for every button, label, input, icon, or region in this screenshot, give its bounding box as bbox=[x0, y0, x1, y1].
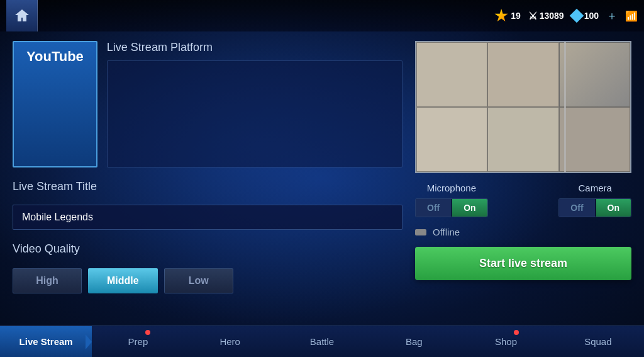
nav-item-battle[interactable]: Battle bbox=[276, 326, 368, 357]
platform-info: Live Stream Platform bbox=[107, 41, 402, 167]
camera-on-button[interactable]: On bbox=[596, 199, 631, 217]
nav-prep-label: Prep bbox=[128, 336, 148, 347]
nav-item-shop[interactable]: Shop bbox=[460, 326, 552, 357]
medal-stat: 19 bbox=[494, 9, 521, 23]
sword-count: 13089 bbox=[540, 11, 564, 21]
nav-item-squad[interactable]: Squad bbox=[552, 326, 644, 357]
status-row: Offline bbox=[415, 227, 631, 237]
camera-toggle-group: Camera Off On bbox=[558, 183, 631, 217]
title-section: Live Stream Title bbox=[13, 180, 402, 230]
camera-off-button[interactable]: Off bbox=[559, 199, 594, 217]
nav-dot-shop bbox=[514, 330, 519, 335]
quality-high-button[interactable]: High bbox=[13, 268, 82, 293]
camera-cell bbox=[559, 107, 630, 172]
top-stats: 19 ⚔ 13089 100 ＋ 📶 bbox=[494, 8, 638, 23]
camera-grid bbox=[416, 42, 630, 172]
add-currency-icon[interactable]: ＋ bbox=[606, 8, 618, 23]
camera-cell bbox=[559, 42, 630, 107]
start-live-stream-button[interactable]: Start live stream bbox=[415, 247, 631, 280]
platform-label: Live Stream Platform bbox=[107, 41, 402, 54]
quality-label: Video Quality bbox=[13, 242, 402, 256]
medal-icon bbox=[494, 9, 508, 23]
stream-title-label: Live Stream Title bbox=[13, 180, 402, 193]
nav-battle-label: Battle bbox=[310, 336, 334, 347]
nav-item-hero[interactable]: Hero bbox=[184, 326, 276, 357]
quality-low-button[interactable]: Low bbox=[164, 268, 233, 293]
camera-label: Camera bbox=[578, 183, 611, 193]
status-indicator bbox=[415, 229, 426, 235]
camera-cell bbox=[487, 42, 558, 107]
platform-section: YouTube Live Stream Platform bbox=[13, 41, 402, 167]
quality-section: Video Quality High Middle Low bbox=[13, 242, 402, 293]
main-content: YouTube Live Stream Platform Live Stream… bbox=[0, 31, 644, 326]
quality-buttons: High Middle Low bbox=[13, 268, 402, 293]
left-panel: YouTube Live Stream Platform Live Stream… bbox=[13, 41, 402, 316]
bottom-bar: Live Stream Prep Hero Battle Bag Shop Sq… bbox=[0, 326, 644, 357]
microphone-label: Microphone bbox=[427, 183, 476, 193]
microphone-on-button[interactable]: On bbox=[452, 199, 487, 217]
right-panel: Microphone Off On Camera Off On Offline … bbox=[415, 41, 631, 316]
nav-item-prep[interactable]: Prep bbox=[92, 326, 184, 357]
camera-cell bbox=[416, 42, 487, 107]
microphone-off-button[interactable]: Off bbox=[416, 199, 451, 217]
diamond-count: 100 bbox=[584, 11, 599, 21]
diamond-icon bbox=[569, 9, 584, 23]
diamond-stat: 100 bbox=[572, 11, 599, 21]
camera-cell bbox=[416, 107, 487, 172]
status-text: Offline bbox=[433, 227, 460, 237]
nav-dot-prep bbox=[145, 330, 150, 335]
sword-stat: ⚔ 13089 bbox=[528, 10, 564, 22]
medal-count: 19 bbox=[511, 11, 521, 21]
quality-middle-button[interactable]: Middle bbox=[88, 268, 158, 293]
controls-row: Microphone Off On Camera Off On bbox=[415, 183, 631, 217]
sword-icon: ⚔ bbox=[528, 10, 537, 22]
microphone-toggle: Off On bbox=[415, 198, 488, 217]
camera-toggle: Off On bbox=[558, 198, 631, 217]
nav-squad-label: Squad bbox=[584, 336, 611, 347]
platform-box bbox=[107, 60, 402, 167]
camera-preview bbox=[415, 41, 631, 173]
nav-bag-label: Bag bbox=[406, 336, 423, 347]
camera-divider bbox=[564, 42, 566, 172]
nav-live-stream-label: Live Stream bbox=[19, 336, 73, 347]
wifi-icon: 📶 bbox=[625, 10, 638, 22]
nav-item-live-stream[interactable]: Live Stream bbox=[0, 326, 92, 357]
nav-hero-label: Hero bbox=[219, 336, 240, 347]
stream-title-input[interactable] bbox=[13, 205, 402, 230]
top-bar: 19 ⚔ 13089 100 ＋ 📶 bbox=[0, 0, 644, 31]
youtube-button[interactable]: YouTube bbox=[13, 41, 97, 167]
home-button[interactable] bbox=[6, 0, 38, 31]
nav-item-bag[interactable]: Bag bbox=[368, 326, 460, 357]
microphone-toggle-group: Microphone Off On bbox=[415, 183, 488, 217]
camera-cell bbox=[487, 107, 558, 172]
nav-shop-label: Shop bbox=[495, 336, 517, 347]
